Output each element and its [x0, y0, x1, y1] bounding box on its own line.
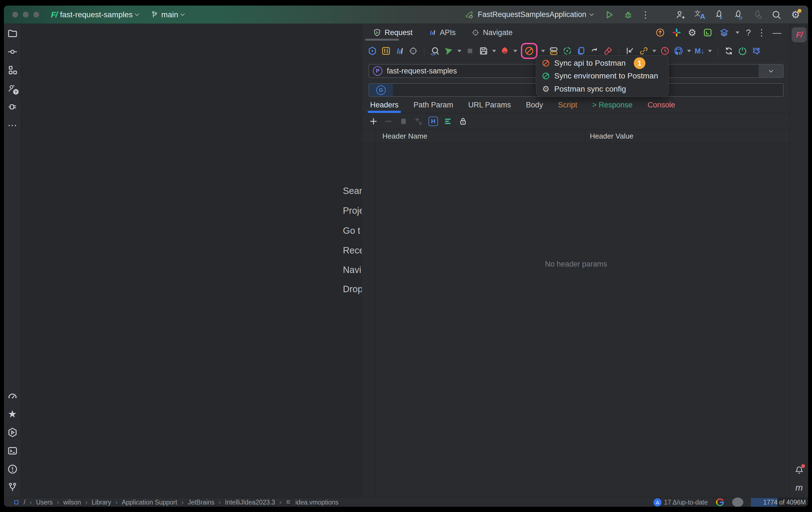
fast-request-toolwindow-button[interactable]: F/	[792, 27, 807, 42]
import-arrow-icon[interactable]	[625, 46, 635, 56]
git-toolwindow-icon[interactable]	[7, 482, 18, 493]
add-row-icon[interactable]	[369, 116, 378, 126]
notifications-bell-icon[interactable]	[794, 465, 805, 476]
crumb-users[interactable]: Users	[36, 498, 53, 506]
clear-rows-icon[interactable]	[399, 116, 408, 126]
undo-arrow-icon[interactable]	[589, 46, 600, 56]
duplicate-row-icon[interactable]	[413, 116, 424, 126]
tab-apis[interactable]: APIs	[428, 24, 456, 41]
more-run-options-button[interactable]: ⋮	[641, 10, 650, 19]
project-folder-icon[interactable]	[7, 28, 18, 39]
chevron-down-icon[interactable]	[541, 50, 545, 52]
vcs-status-widget[interactable]: 17 Δ/up-to-date	[654, 498, 708, 507]
lock-icon[interactable]	[458, 116, 468, 126]
bookmarks-star-icon[interactable]: ★	[7, 408, 18, 420]
community-qa-icon[interactable]: ?	[7, 83, 18, 94]
project-combobox-dropdown[interactable]	[759, 64, 783, 77]
tab-headers[interactable]: Headers	[370, 101, 399, 109]
more-toolwindows-icon[interactable]: ⋯	[7, 120, 18, 131]
header-preset-icon[interactable]: H	[429, 116, 438, 126]
api-stats-icon[interactable]	[395, 46, 405, 56]
crumb-root[interactable]: /	[24, 498, 25, 506]
header-value-column[interactable]: Header Value	[585, 130, 790, 143]
crumb-wilson[interactable]: wilson	[63, 498, 81, 506]
tab-console[interactable]: Console	[648, 101, 675, 109]
add-user-icon[interactable]	[675, 9, 686, 20]
maven-toolwindow-icon[interactable]: m	[794, 482, 805, 493]
chevron-down-icon[interactable]	[735, 31, 740, 34]
crumb-jetbrains[interactable]: JetBrains	[188, 498, 214, 506]
commit-icon[interactable]	[7, 46, 18, 57]
filter-settings-icon[interactable]	[381, 46, 391, 56]
slack-icon[interactable]	[672, 28, 682, 37]
crumb-file[interactable]: idea.vmoptions	[295, 498, 339, 506]
run-button[interactable]	[604, 10, 614, 20]
crumb-intellij-idea[interactable]: IntelliJIdea2023.3	[225, 498, 275, 506]
menu-item-sync-environment[interactable]: Sync environment to Postman	[536, 70, 668, 82]
locate-crosshair-icon[interactable]	[408, 46, 418, 56]
structure-icon[interactable]	[7, 64, 18, 76]
zoom-window-button[interactable]	[33, 12, 39, 18]
history-clock-icon[interactable]	[660, 46, 670, 56]
upgrade-icon[interactable]	[655, 28, 665, 37]
branch-widget[interactable]: main	[146, 9, 188, 21]
save-icon[interactable]	[478, 46, 489, 56]
services-icon[interactable]	[7, 427, 18, 438]
stop-icon[interactable]	[465, 46, 475, 56]
chevron-down-icon[interactable]	[708, 50, 712, 52]
problems-icon[interactable]	[7, 464, 18, 475]
send-request-icon[interactable]	[444, 46, 454, 56]
tab-navigate[interactable]: Navigate	[471, 24, 513, 41]
search-apis-button[interactable]: <>	[430, 46, 440, 56]
rocket-run-icon[interactable]	[714, 9, 724, 20]
run-config-name[interactable]: FastRequestSamplesApplication	[478, 10, 586, 19]
menu-item-sync-config[interactable]: ⚙ Postman sync config	[536, 83, 668, 96]
scan-frame-icon[interactable]	[703, 28, 713, 37]
tab-script[interactable]: Script	[558, 101, 577, 109]
tab-body[interactable]: Body	[526, 101, 543, 109]
help-icon[interactable]: ?	[746, 28, 751, 37]
github-icon[interactable]	[673, 46, 684, 56]
rocket-settings-icon[interactable]	[733, 9, 743, 20]
plugin-puzzle-icon[interactable]	[751, 46, 761, 56]
google-icon[interactable]	[715, 497, 725, 507]
chevron-down-icon[interactable]	[458, 50, 461, 52]
method-selector[interactable]: G	[369, 84, 393, 96]
crumb-library[interactable]: Library	[91, 498, 111, 506]
tab-url-params[interactable]: URL Params	[468, 101, 511, 109]
profiler-gauge-icon[interactable]	[7, 390, 18, 401]
tab-path-param[interactable]: Path Param	[413, 101, 453, 109]
copy-pages-icon[interactable]	[576, 46, 586, 56]
endpoints-plug-icon[interactable]	[7, 101, 18, 112]
search-icon[interactable]	[771, 9, 782, 20]
layers-icon[interactable]	[719, 28, 729, 37]
config-hexagon-icon[interactable]	[367, 46, 377, 56]
kebab-menu-icon[interactable]: ⋮	[757, 28, 766, 37]
hide-panel-icon[interactable]: —	[773, 28, 781, 37]
minimize-window-button[interactable]	[23, 12, 29, 18]
refresh-icon[interactable]	[724, 46, 734, 56]
chevron-down-icon[interactable]	[492, 50, 496, 52]
target-green-icon[interactable]	[562, 46, 572, 56]
crumb-application-support[interactable]: Application Support	[122, 498, 177, 506]
remove-row-icon[interactable]	[383, 116, 394, 126]
translate-icon[interactable]: 文 A	[694, 9, 705, 20]
tab-response[interactable]: > Response	[592, 101, 633, 109]
postman-sync-button-highlight[interactable]	[521, 43, 538, 59]
debug-button[interactable]	[623, 10, 633, 20]
header-name-column[interactable]: Header Name	[375, 130, 585, 143]
chevron-down-icon[interactable]	[513, 50, 517, 52]
format-lines-icon[interactable]	[443, 116, 453, 126]
close-window-button[interactable]	[12, 12, 18, 18]
headers-table-body[interactable]: No header params	[362, 143, 790, 497]
memory-indicator[interactable]: 1774 of 4096M	[751, 498, 808, 507]
menu-item-sync-api[interactable]: Sync api to Postman 1	[536, 57, 668, 70]
link-chain-icon[interactable]	[639, 46, 649, 56]
environment-cards-icon[interactable]	[549, 46, 559, 56]
settings-gear-icon[interactable]: ⚙	[790, 9, 801, 20]
markdown-export-icon[interactable]: M↓	[695, 47, 704, 55]
cleanup-brush-icon[interactable]	[603, 46, 613, 56]
project-widget[interactable]: F/ fast-request-samples	[47, 8, 142, 21]
panel-settings-gear-icon[interactable]: ⚙	[688, 28, 696, 37]
terminal-icon[interactable]	[7, 445, 18, 456]
